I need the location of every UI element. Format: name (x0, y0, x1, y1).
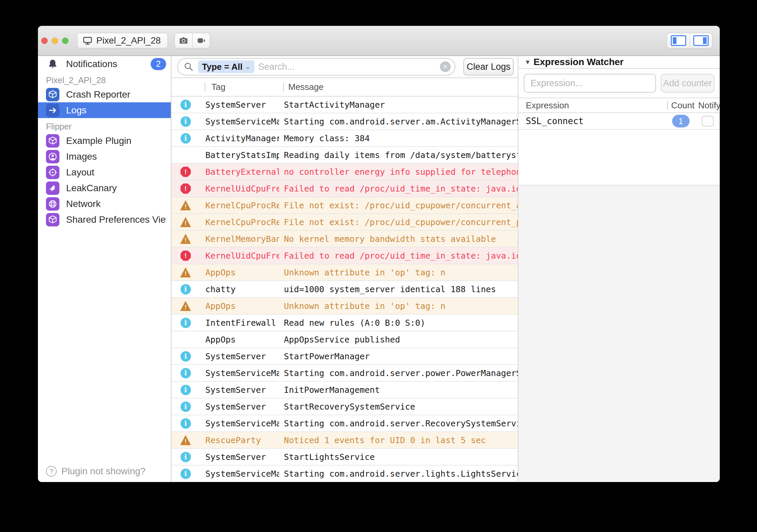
log-rows-list: iSystemServerStartActivityManageriSystem… (171, 97, 518, 482)
sidebar-item-layout[interactable]: Layout (38, 164, 171, 180)
log-message: AppOpsService published (284, 335, 518, 344)
toggle-left-panel-button[interactable] (667, 33, 690, 48)
info-icon: i (181, 133, 191, 144)
right-panel-icon (693, 35, 709, 46)
log-row[interactable]: !KernelMemoryBandwidthStatsNo kernel mem… (171, 231, 518, 248)
expression-input[interactable] (524, 74, 656, 93)
log-row[interactable]: !KernelUidCpuFreqTimeReaderFailed to rea… (171, 180, 518, 197)
log-tag: KernelUidCpuFreqTimeReader (205, 184, 279, 194)
sidebar-section-label: Flipper (38, 120, 171, 133)
screen-record-button[interactable] (192, 33, 210, 48)
log-row[interactable]: iSystemServiceManagerStarting com.androi… (171, 365, 518, 382)
sidebar-item-shared-preferences-viewer[interactable]: Shared Preferences Viewer (38, 212, 171, 227)
log-row[interactable]: iSystemServerStartLightsService (171, 449, 518, 466)
search-input[interactable] (258, 62, 436, 72)
expression-row[interactable]: SSL_connect 1 (518, 113, 720, 130)
left-panel-icon (671, 35, 686, 46)
log-message: Starting com.android.server.lights.Light… (284, 469, 518, 479)
sidebar-item-images[interactable]: Images (38, 149, 171, 164)
sidebar-item-network[interactable]: Network (38, 196, 171, 212)
log-row[interactable]: iActivityManagerMemory class: 384 (171, 130, 518, 147)
no-level-icon (180, 334, 191, 345)
log-row[interactable]: !BatteryExternalStatsWorkerno controller… (171, 164, 518, 180)
log-row[interactable]: iSystemServiceManagerStarting com.androi… (171, 113, 518, 130)
device-selector-button[interactable]: Pixel_2_API_28 (77, 33, 168, 48)
log-message: StartActivityManager (284, 100, 518, 110)
sidebar-item-leakcanary[interactable]: LeakCanary (38, 180, 171, 196)
expression-watcher-header[interactable]: ▾ Expression Watcher (518, 56, 720, 69)
log-row[interactable]: iSystemServiceManagerStarting com.androi… (171, 466, 518, 482)
sidebar-list: Notifications2Pixel_2_API_28Crash Report… (38, 56, 171, 461)
column-header-tag: Tag (211, 82, 225, 92)
log-message: File not exist: /proc/uid_cpupower/concu… (284, 201, 518, 210)
sidebar-item-label: Network (66, 199, 166, 209)
clear-search-icon[interactable]: ✕ (440, 61, 451, 72)
sidebar-item-label: Images (66, 151, 166, 162)
log-tag: ActivityManager (205, 134, 279, 143)
log-tag: chatty (205, 284, 279, 294)
sidebar-item-logs[interactable]: Logs (38, 102, 171, 118)
warning-icon: ! (180, 217, 191, 227)
toggle-right-panel-button[interactable] (690, 33, 712, 48)
column-header-expression: Expression (526, 100, 666, 111)
log-tag: KernelCpuProcReader (205, 217, 279, 227)
person-circle-icon (46, 150, 59, 163)
panel-toggle-group (667, 33, 712, 48)
minimize-button[interactable] (52, 38, 58, 44)
log-row[interactable]: iSystemServerInitPowerManagement (171, 382, 518, 398)
logs-panel: Type = All ⌄ ✕ Clear Logs Tag Message iS… (171, 56, 518, 482)
info-icon: i (181, 284, 191, 295)
log-row[interactable]: AppOpsAppOpsService published (171, 331, 518, 348)
column-header-count: Count (671, 100, 694, 111)
arrow-right-icon (46, 104, 59, 117)
log-tag: KernelCpuProcReader (205, 201, 279, 210)
log-row[interactable]: !KernelUidCpuFreqTimeReaderFailed to rea… (171, 248, 518, 264)
collapse-caret-icon: ▾ (526, 58, 529, 66)
bird-icon (46, 181, 59, 195)
camera-icon (178, 35, 189, 46)
info-icon: i (181, 116, 191, 127)
zoom-button[interactable] (62, 38, 68, 44)
log-message: Read new rules (A:0 B:0 S:0) (284, 318, 518, 328)
log-row[interactable]: !RescuePartyNoticed 1 events for UID 0 i… (171, 432, 518, 449)
log-message: Reading daily items from /data/system/ba… (284, 150, 518, 160)
log-row[interactable]: iSystemServerStartRecoverySystemService (171, 398, 518, 415)
log-row[interactable]: BatteryStatsImplReading daily items from… (171, 147, 518, 164)
screenshot-button[interactable] (175, 33, 192, 48)
notify-checkbox[interactable] (702, 116, 714, 126)
log-row[interactable]: iSystemServerStartActivityManager (171, 97, 518, 113)
log-row[interactable]: !AppOpsUnknown attribute in 'op' tag: n (171, 298, 518, 315)
clear-logs-button[interactable]: Clear Logs (463, 58, 514, 75)
log-tag: AppOps (205, 335, 279, 344)
warning-icon: ! (180, 234, 191, 244)
log-tag: KernelUidCpuFreqTimeReader (205, 251, 279, 261)
log-tag: SystemServer (205, 352, 279, 361)
log-row[interactable]: !KernelCpuProcReaderFile not exist: /pro… (171, 214, 518, 231)
log-row[interactable]: iSystemServerStartPowerManager (171, 348, 518, 365)
log-message: Failed to read /proc/uid_time_in_state: … (284, 184, 518, 194)
add-counter-button[interactable]: Add counter (661, 74, 714, 93)
log-row[interactable]: iSystemServiceManagerStarting com.androi… (171, 415, 518, 432)
log-row[interactable]: !AppOpsUnknown attribute in 'op' tag: n (171, 264, 518, 281)
log-message: Failed to read /proc/uid_time_in_state: … (284, 251, 518, 261)
info-icon: i (181, 368, 191, 378)
info-icon: i (181, 418, 191, 429)
log-row[interactable]: ichattyuid=1000 system_server identical … (171, 281, 518, 298)
sidebar-item-example-plugin[interactable]: Example Plugin (38, 133, 171, 149)
log-message: Starting com.android.server.power.PowerM… (284, 368, 518, 378)
expression-value: SSL_connect (526, 116, 666, 126)
log-row[interactable]: !KernelCpuProcReaderFile not exist: /pro… (171, 197, 518, 214)
plugin-not-showing-link[interactable]: ? Plugin not showing? (38, 461, 171, 482)
search-bar[interactable]: Type = All ⌄ ✕ (177, 58, 455, 75)
sidebar-item-crash-reporter[interactable]: Crash Reporter (38, 87, 171, 102)
log-message: StartPowerManager (284, 352, 518, 361)
type-filter-chip[interactable]: Type = All ⌄ (198, 60, 254, 73)
info-icon: i (181, 402, 191, 412)
titlebar: Pixel_2_API_28 (38, 26, 720, 56)
info-icon: i (181, 318, 191, 328)
log-tag: RescueParty (205, 435, 279, 445)
warning-icon: ! (180, 200, 191, 210)
sidebar-item-notifications[interactable]: Notifications2 (38, 56, 171, 72)
log-row[interactable]: iIntentFirewallRead new rules (A:0 B:0 S… (171, 315, 518, 331)
close-button[interactable] (41, 38, 48, 44)
